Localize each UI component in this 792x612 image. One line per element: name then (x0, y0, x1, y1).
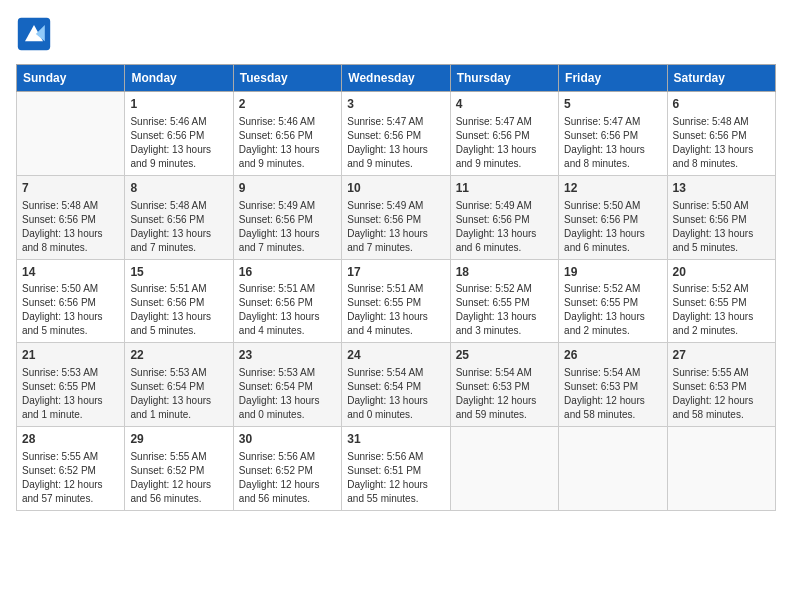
day-info: and 6 minutes. (456, 241, 553, 255)
calendar-cell: 14Sunrise: 5:50 AMSunset: 6:56 PMDayligh… (17, 259, 125, 343)
day-info: Daylight: 13 hours (130, 143, 227, 157)
day-number: 22 (130, 347, 227, 364)
calendar-cell: 8Sunrise: 5:48 AMSunset: 6:56 PMDaylight… (125, 175, 233, 259)
day-info: Sunrise: 5:51 AM (347, 282, 444, 296)
calendar-cell: 31Sunrise: 5:56 AMSunset: 6:51 PMDayligh… (342, 427, 450, 511)
day-info: and 0 minutes. (347, 408, 444, 422)
day-info: and 7 minutes. (239, 241, 336, 255)
day-info: and 9 minutes. (347, 157, 444, 171)
day-info: Sunset: 6:56 PM (130, 213, 227, 227)
day-info: and 7 minutes. (130, 241, 227, 255)
day-info: Sunset: 6:56 PM (564, 213, 661, 227)
day-number: 7 (22, 180, 119, 197)
calendar-cell: 9Sunrise: 5:49 AMSunset: 6:56 PMDaylight… (233, 175, 341, 259)
day-info: Sunset: 6:56 PM (239, 296, 336, 310)
day-info: Sunset: 6:56 PM (456, 213, 553, 227)
day-info: Sunset: 6:56 PM (239, 213, 336, 227)
day-info: Daylight: 13 hours (347, 227, 444, 241)
day-info: Daylight: 12 hours (239, 478, 336, 492)
day-info: and 2 minutes. (564, 324, 661, 338)
day-info: Sunset: 6:54 PM (347, 380, 444, 394)
day-info: Sunrise: 5:54 AM (456, 366, 553, 380)
calendar-cell (667, 427, 775, 511)
day-info: Sunset: 6:51 PM (347, 464, 444, 478)
day-info: Sunrise: 5:47 AM (456, 115, 553, 129)
day-info: Daylight: 12 hours (22, 478, 119, 492)
calendar-cell: 20Sunrise: 5:52 AMSunset: 6:55 PMDayligh… (667, 259, 775, 343)
day-number: 19 (564, 264, 661, 281)
day-number: 5 (564, 96, 661, 113)
day-number: 27 (673, 347, 770, 364)
day-info: Sunset: 6:52 PM (130, 464, 227, 478)
header-day-tuesday: Tuesday (233, 65, 341, 92)
day-info: Sunrise: 5:56 AM (347, 450, 444, 464)
day-info: Sunrise: 5:53 AM (130, 366, 227, 380)
calendar-cell: 7Sunrise: 5:48 AMSunset: 6:56 PMDaylight… (17, 175, 125, 259)
day-info: Sunrise: 5:53 AM (239, 366, 336, 380)
day-number: 18 (456, 264, 553, 281)
day-info: Sunset: 6:56 PM (347, 213, 444, 227)
day-info: and 5 minutes. (673, 241, 770, 255)
day-info: Sunset: 6:56 PM (347, 129, 444, 143)
day-info: Sunset: 6:55 PM (456, 296, 553, 310)
calendar-week-1: 1Sunrise: 5:46 AMSunset: 6:56 PMDaylight… (17, 92, 776, 176)
day-info: Sunrise: 5:52 AM (673, 282, 770, 296)
day-info: Sunrise: 5:52 AM (564, 282, 661, 296)
day-info: Sunset: 6:56 PM (22, 296, 119, 310)
day-info: Daylight: 13 hours (673, 143, 770, 157)
day-number: 28 (22, 431, 119, 448)
calendar-cell: 12Sunrise: 5:50 AMSunset: 6:56 PMDayligh… (559, 175, 667, 259)
calendar-cell: 28Sunrise: 5:55 AMSunset: 6:52 PMDayligh… (17, 427, 125, 511)
day-info: Sunrise: 5:50 AM (673, 199, 770, 213)
day-info: and 57 minutes. (22, 492, 119, 506)
day-info: Daylight: 13 hours (239, 394, 336, 408)
day-info: Daylight: 12 hours (673, 394, 770, 408)
day-info: Sunset: 6:52 PM (239, 464, 336, 478)
calendar-cell: 19Sunrise: 5:52 AMSunset: 6:55 PMDayligh… (559, 259, 667, 343)
header-day-saturday: Saturday (667, 65, 775, 92)
day-info: Daylight: 13 hours (22, 227, 119, 241)
day-info: Sunset: 6:56 PM (22, 213, 119, 227)
calendar-cell: 13Sunrise: 5:50 AMSunset: 6:56 PMDayligh… (667, 175, 775, 259)
day-number: 6 (673, 96, 770, 113)
header-day-thursday: Thursday (450, 65, 558, 92)
calendar-cell: 3Sunrise: 5:47 AMSunset: 6:56 PMDaylight… (342, 92, 450, 176)
day-info: Sunset: 6:56 PM (673, 129, 770, 143)
day-info: and 55 minutes. (347, 492, 444, 506)
day-number: 26 (564, 347, 661, 364)
day-number: 17 (347, 264, 444, 281)
day-info: Sunset: 6:52 PM (22, 464, 119, 478)
calendar-cell: 16Sunrise: 5:51 AMSunset: 6:56 PMDayligh… (233, 259, 341, 343)
day-number: 31 (347, 431, 444, 448)
day-number: 15 (130, 264, 227, 281)
day-number: 8 (130, 180, 227, 197)
day-info: Sunrise: 5:55 AM (22, 450, 119, 464)
day-info: Sunrise: 5:47 AM (347, 115, 444, 129)
logo (16, 16, 56, 52)
calendar-cell: 24Sunrise: 5:54 AMSunset: 6:54 PMDayligh… (342, 343, 450, 427)
day-info: Daylight: 13 hours (456, 310, 553, 324)
day-number: 13 (673, 180, 770, 197)
header-day-monday: Monday (125, 65, 233, 92)
day-info: and 1 minute. (22, 408, 119, 422)
day-info: Sunset: 6:55 PM (22, 380, 119, 394)
day-info: Daylight: 13 hours (130, 394, 227, 408)
day-number: 16 (239, 264, 336, 281)
calendar-week-4: 21Sunrise: 5:53 AMSunset: 6:55 PMDayligh… (17, 343, 776, 427)
day-number: 25 (456, 347, 553, 364)
day-number: 14 (22, 264, 119, 281)
day-info: and 9 minutes. (456, 157, 553, 171)
day-info: and 59 minutes. (456, 408, 553, 422)
day-info: Daylight: 13 hours (22, 310, 119, 324)
day-number: 2 (239, 96, 336, 113)
day-number: 9 (239, 180, 336, 197)
day-info: Sunset: 6:56 PM (456, 129, 553, 143)
calendar-header-row: SundayMondayTuesdayWednesdayThursdayFrid… (17, 65, 776, 92)
day-info: Daylight: 13 hours (673, 310, 770, 324)
header-day-sunday: Sunday (17, 65, 125, 92)
day-info: and 2 minutes. (673, 324, 770, 338)
day-info: Sunset: 6:56 PM (564, 129, 661, 143)
day-info: Sunset: 6:56 PM (239, 129, 336, 143)
day-info: Sunset: 6:53 PM (564, 380, 661, 394)
day-info: Daylight: 13 hours (456, 143, 553, 157)
